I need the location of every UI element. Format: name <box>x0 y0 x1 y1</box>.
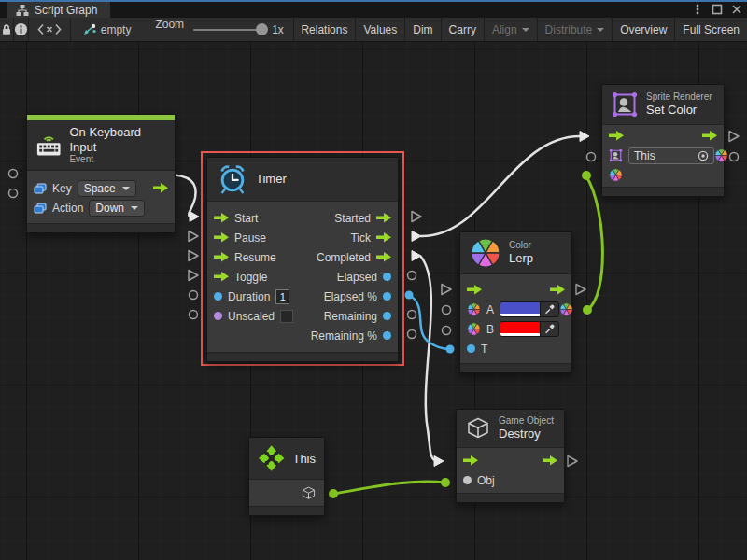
zoom-slider-handle[interactable] <box>256 23 268 35</box>
port-timer-start-in[interactable] <box>190 212 199 222</box>
flow-out-arrow-icon[interactable] <box>550 285 565 295</box>
sprite-renderer-port-icon[interactable] <box>609 148 623 162</box>
port-keyboard-action-in[interactable] <box>9 189 18 198</box>
graph-name: empty <box>101 23 132 36</box>
node-timer[interactable]: Timer Start Started Pause Tick Resume Co… <box>206 157 399 362</box>
color-port-icon[interactable] <box>467 302 481 316</box>
port-this-out[interactable] <box>329 489 338 498</box>
port-destroy-obj-in[interactable] <box>441 478 450 487</box>
flow-in-arrow-icon[interactable] <box>463 455 478 466</box>
values-button[interactable]: Values <box>356 18 405 41</box>
value-port-icon[interactable] <box>383 312 391 320</box>
value-port-icon[interactable] <box>383 292 391 301</box>
color-a-field[interactable] <box>500 301 559 317</box>
port-lerp-a-in[interactable] <box>443 306 451 315</box>
object-picker-icon[interactable] <box>698 150 709 161</box>
game-object-port-icon[interactable] <box>301 485 317 501</box>
port-timer-elapsed-out[interactable] <box>408 272 416 280</box>
port-timer-elapsedpct-out[interactable] <box>405 291 414 300</box>
port-timer-tick-out[interactable] <box>412 231 421 242</box>
maximize-button[interactable] <box>711 3 724 16</box>
node-on-keyboard-input[interactable]: On Keyboard Input Event Key Space <box>26 114 176 233</box>
port-timer-unscaled-in[interactable] <box>190 311 198 319</box>
port-timer-toggle-in[interactable] <box>189 271 198 281</box>
relations-button[interactable]: Relations <box>293 18 356 41</box>
color-port-icon[interactable] <box>467 322 481 336</box>
node-this[interactable]: This <box>248 437 325 516</box>
color-port-icon[interactable] <box>609 168 623 182</box>
port-setcolor-target-in[interactable] <box>587 153 596 161</box>
node-destroy[interactable]: Game Object Destroy Obj <box>456 409 565 503</box>
flow-out-arrow-icon[interactable] <box>376 232 391 243</box>
port-timer-remaining-out[interactable] <box>408 311 416 319</box>
node-category: Color <box>509 240 533 251</box>
color-a-swatch[interactable] <box>500 302 540 316</box>
port-timer-remainingpct-out[interactable] <box>408 330 416 339</box>
action-dropdown[interactable]: Down <box>89 200 145 217</box>
flow-in-arrow-icon[interactable] <box>214 232 229 243</box>
key-dropdown[interactable]: Space <box>78 180 136 197</box>
port-timer-started-out[interactable] <box>412 212 421 222</box>
port-setcolor-flow-in[interactable] <box>580 132 589 142</box>
port-setcolor-flow-out[interactable] <box>729 132 739 142</box>
value-port-icon[interactable] <box>383 331 391 340</box>
carry-button[interactable]: Carry <box>442 18 485 41</box>
port-keyboard-key-in[interactable] <box>9 170 18 178</box>
dim-button[interactable]: Dim <box>405 18 441 41</box>
port-lerp-flow-in[interactable] <box>442 285 451 295</box>
flow-out-arrow-icon[interactable] <box>153 183 168 193</box>
color-port-icon[interactable] <box>559 302 573 316</box>
flow-in-arrow-icon[interactable] <box>214 272 229 282</box>
align-button[interactable]: Align <box>485 18 538 41</box>
port-lerp-b-in[interactable] <box>443 327 451 335</box>
node-setcolor[interactable]: Sprite Renderer Set Color <box>601 84 725 197</box>
color-b-field[interactable] <box>500 321 559 337</box>
graph-reference[interactable]: empty <box>82 18 132 41</box>
lock-button[interactable] <box>0 18 14 41</box>
flow-out-arrow-icon[interactable] <box>543 455 557 466</box>
port-timer-resume-in[interactable] <box>189 251 198 261</box>
unscaled-checkbox[interactable] <box>280 310 293 323</box>
port-lerp-t-in[interactable] <box>446 345 455 354</box>
port-timer-duration-in[interactable] <box>190 291 198 300</box>
value-port-icon[interactable] <box>214 312 222 320</box>
distribute-button[interactable]: Distribute <box>538 18 613 41</box>
color-b-swatch[interactable] <box>500 322 540 336</box>
port-lerp-flow-out[interactable] <box>576 285 585 295</box>
flow-in-arrow-icon[interactable] <box>609 131 624 141</box>
flow-in-arrow-icon[interactable] <box>214 213 229 223</box>
full-screen-button[interactable]: Full Screen <box>675 18 747 41</box>
port-destroy-flow-out[interactable] <box>568 456 577 467</box>
port-destroy-flow-in[interactable] <box>434 456 444 467</box>
color-port-icon[interactable] <box>714 148 728 162</box>
variables-toggle-button[interactable] <box>29 18 70 41</box>
window-menu-button[interactable] <box>691 3 704 16</box>
target-object-field[interactable]: This <box>628 147 714 164</box>
flow-out-arrow-icon[interactable] <box>702 131 717 141</box>
info-icon <box>14 22 28 36</box>
flow-in-arrow-icon[interactable] <box>214 252 229 262</box>
node-color-lerp[interactable]: Color Lerp A <box>459 231 572 373</box>
overview-button[interactable]: Overview <box>613 18 675 41</box>
value-port-icon[interactable] <box>463 476 472 484</box>
flow-in-arrow-icon[interactable] <box>467 285 482 295</box>
port-setcolor-value-out[interactable] <box>730 153 739 161</box>
port-setcolor-color-in[interactable] <box>582 171 591 180</box>
node-footer <box>27 223 175 232</box>
close-button[interactable] <box>730 3 743 16</box>
value-port-icon[interactable] <box>383 273 391 281</box>
port-timer-completed-out[interactable] <box>412 251 421 261</box>
tab-script-graph[interactable]: Script Graph <box>7 2 110 18</box>
graph-canvas[interactable]: On Keyboard Input Event Key Space <box>0 42 747 560</box>
eyedropper-icon[interactable] <box>540 322 558 336</box>
port-lerp-result-out[interactable] <box>583 305 592 315</box>
eyedropper-icon[interactable] <box>540 302 558 316</box>
info-button[interactable] <box>14 18 29 41</box>
port-timer-pause-in[interactable] <box>189 231 198 242</box>
duration-input[interactable]: 1 <box>275 289 289 304</box>
value-port-icon[interactable] <box>214 292 222 301</box>
value-port-icon[interactable] <box>467 344 475 353</box>
flow-out-arrow-icon[interactable] <box>376 252 391 262</box>
flow-out-arrow-icon[interactable] <box>376 213 391 223</box>
zoom-slider[interactable] <box>193 29 264 31</box>
